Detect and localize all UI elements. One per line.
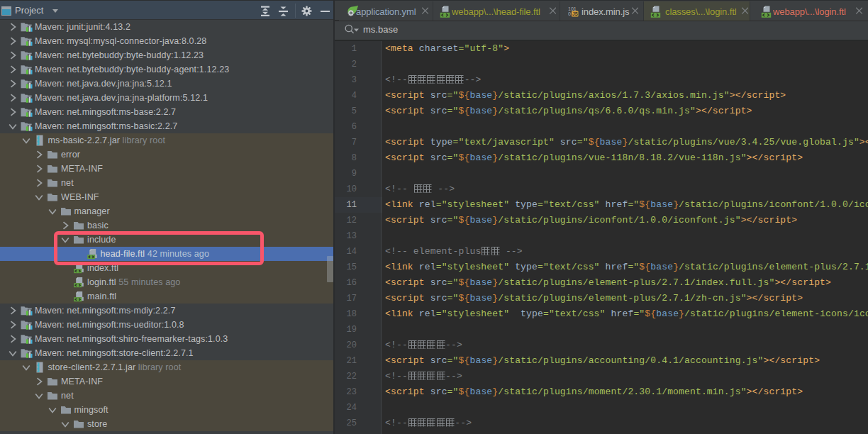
- svg-text:101: 101: [568, 6, 577, 11]
- svg-text:0: 0: [568, 11, 571, 16]
- svg-text:JS: JS: [572, 11, 579, 16]
